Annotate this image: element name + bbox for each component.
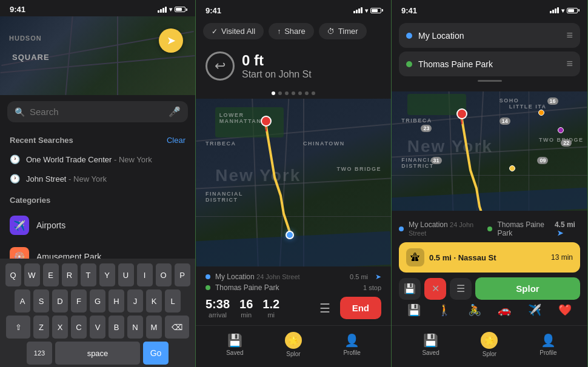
key-shift[interactable]: ⇧ [6, 316, 30, 339]
key-space[interactable]: space [55, 342, 140, 365]
visited-all-label: Visited All [221, 27, 255, 36]
key-123[interactable]: 123 [27, 342, 52, 365]
status-icons-3: ▾ [550, 7, 578, 14]
profile-tab-2[interactable]: 👤 Profile [343, 333, 360, 356]
key-p[interactable]: P [175, 263, 190, 286]
key-b[interactable]: B [109, 316, 124, 339]
kb-row-2: A S D F G H J K L [2, 289, 193, 312]
key-t[interactable]: T [81, 263, 96, 286]
splor-label-3: Splor [483, 351, 496, 357]
key-go[interactable]: Go [143, 342, 169, 365]
key-o[interactable]: O [156, 263, 172, 286]
map-view-3[interactable]: SOHO LITTLE ITA TRIBECA FINANCIALDISTRIC… [392, 91, 587, 211]
route-stats: 5:38 arrival 16 min 1.2 mi ☰ End [205, 297, 381, 319]
key-j[interactable]: J [127, 289, 143, 312]
sum-to: Thomas Paine Park [497, 220, 549, 237]
bottom-bar-2: 💾 Saved 🌟 Splor 👤 Profile [196, 325, 391, 367]
splor-btn[interactable]: Splor [475, 277, 580, 300]
transport-favorite[interactable]: ❤️ [558, 303, 572, 317]
to-menu-icon[interactable]: ≡ [566, 58, 573, 70]
category-airports[interactable]: ✈️ Airports [0, 210, 195, 241]
key-c[interactable]: C [71, 316, 87, 339]
key-u[interactable]: U [118, 263, 134, 286]
saved-tab-3[interactable]: 💾 Saved [422, 333, 439, 356]
map-view-2[interactable]: LOWERMANHATTAN TRIBECA CHINATOWN FINANCI… [196, 99, 391, 266]
key-g[interactable]: G [90, 289, 105, 312]
key-z[interactable]: Z [33, 316, 49, 339]
map-canvas-3: SOHO LITTLE ITA TRIBECA FINANCIALDISTRIC… [392, 91, 587, 211]
key-delete[interactable]: ⌫ [165, 316, 189, 339]
key-l[interactable]: L [165, 289, 181, 312]
share-pill[interactable]: ↑ Share [269, 23, 314, 39]
active-route-name: 0.5 mi · Nassau St [429, 253, 546, 262]
recent-item-0[interactable]: 🕐 One World Trade Center - New York [0, 150, 195, 169]
from-menu-icon[interactable]: ≡ [566, 29, 573, 42]
saved-tab-2[interactable]: 💾 Saved [226, 333, 243, 356]
key-x[interactable]: X [52, 316, 68, 339]
key-w[interactable]: W [24, 263, 40, 286]
search-bar[interactable]: 🔍 🎤 [7, 101, 188, 122]
dot-3 [292, 91, 295, 95]
key-y[interactable]: Y [99, 263, 115, 286]
signal-icon-1 [158, 7, 167, 13]
transport-download[interactable]: 💾 [407, 303, 421, 317]
poi-dot-3 [509, 165, 515, 171]
status-icons-1: ▾ [158, 6, 185, 13]
map-canvas-2: LOWERMANHATTAN TRIBECA CHINATOWN FINANCI… [196, 99, 391, 266]
key-k[interactable]: K [146, 289, 162, 312]
transport-bike[interactable]: 🚴 [468, 303, 481, 317]
clear-button[interactable]: Clear [167, 136, 185, 145]
list-btn[interactable]: ☰ [450, 278, 472, 300]
profile-label-3: Profile [540, 349, 556, 356]
key-q[interactable]: Q [5, 263, 21, 286]
arrival-label: arrival [205, 311, 230, 319]
key-i[interactable]: I [137, 263, 153, 286]
timer-pill[interactable]: ⏱ Timer [319, 23, 367, 39]
share-icon: ↑ [277, 27, 281, 36]
key-r[interactable]: R [62, 263, 78, 286]
cancel-route-btn[interactable]: ✕ [424, 278, 446, 300]
key-d[interactable]: D [52, 289, 68, 312]
key-v[interactable]: V [90, 316, 105, 339]
list-icon[interactable]: ☰ [319, 301, 330, 316]
recent-item-1[interactable]: 🕐 John Street - New York [0, 169, 195, 188]
start-pin [286, 231, 294, 239]
key-e[interactable]: E [43, 263, 59, 286]
recent-text-1: John Street - New York [26, 174, 107, 183]
to-dot [205, 285, 210, 290]
to-stops: 1 stop [363, 284, 381, 291]
distance-unit: mi [262, 311, 279, 319]
key-a[interactable]: A [15, 289, 30, 312]
splor-tab-3[interactable]: 🌟 Splor [481, 332, 498, 357]
visited-all-pill[interactable]: ✓ Visited All [203, 23, 264, 39]
transport-car[interactable]: 🚗 [498, 303, 511, 317]
search-input[interactable] [30, 107, 164, 117]
key-f[interactable]: F [71, 289, 87, 312]
profile-tab-3[interactable]: 👤 Profile [540, 333, 556, 356]
route-header-3: My Location ≡ Thomas Paine Park ≡ [392, 18, 587, 91]
download-btn[interactable]: 💾 [399, 278, 421, 300]
saved-icon-3: 💾 [423, 333, 438, 348]
transport-walk[interactable]: 🚶 [438, 303, 451, 317]
end-button[interactable]: End [340, 297, 381, 319]
key-h[interactable]: H [109, 289, 124, 312]
transport-plane[interactable]: ✈️ [528, 303, 541, 317]
key-s[interactable]: S [33, 289, 49, 312]
search-history-icon-0: 🕐 [10, 154, 20, 164]
route-item-to[interactable]: Thomas Paine Park ≡ [399, 51, 580, 76]
progress-dots [196, 88, 391, 99]
key-n[interactable]: N [127, 316, 143, 339]
status-bar-3: 9:41 ▾ [392, 0, 587, 18]
dot-2 [285, 91, 289, 95]
route-bottom-3: My Location 24 John Street Thomas Paine … [392, 211, 587, 325]
kb-row-1: Q W E R T Y U I O P [2, 263, 193, 286]
hudson-label: HUDSON [9, 35, 42, 42]
route-item-from[interactable]: My Location ≡ [399, 23, 580, 48]
mic-icon[interactable]: 🎤 [169, 106, 181, 117]
splor-tab-2[interactable]: 🌟 Splor [285, 332, 302, 357]
active-route[interactable]: 🛣 0.5 mi · Nassau St 13 min [399, 242, 580, 273]
key-m[interactable]: M [146, 316, 162, 339]
battery-icon-2 [370, 8, 381, 13]
signal-icon-2 [353, 7, 362, 13]
nav-arrow[interactable]: ➤ [159, 28, 183, 53]
